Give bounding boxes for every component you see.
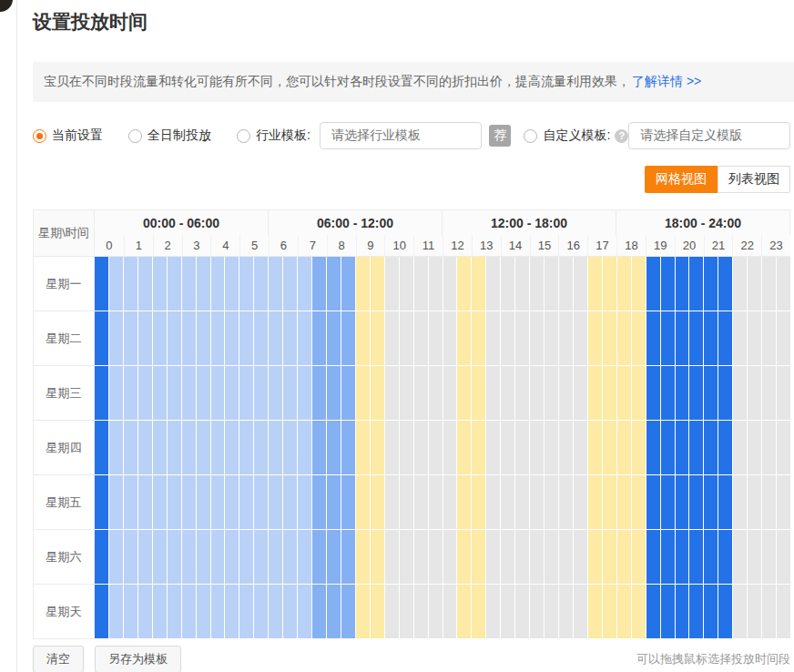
schedule-cell[interactable] xyxy=(283,257,297,311)
schedule-cell[interactable] xyxy=(486,366,500,420)
schedule-cell[interactable] xyxy=(777,421,790,474)
schedule-cell[interactable] xyxy=(559,257,573,311)
schedule-cell[interactable] xyxy=(472,421,485,474)
schedule-cell[interactable] xyxy=(718,585,732,638)
schedule-cell[interactable] xyxy=(254,585,268,638)
schedule-cell[interactable] xyxy=(239,585,253,638)
schedule-cell[interactable] xyxy=(414,530,428,584)
schedule-cell[interactable] xyxy=(371,530,384,584)
learn-more-link[interactable]: 了解详情 >> xyxy=(632,74,701,90)
schedule-cell[interactable] xyxy=(689,475,703,529)
schedule-cell[interactable] xyxy=(239,366,253,420)
schedule-cell[interactable] xyxy=(371,421,384,474)
schedule-cell[interactable] xyxy=(574,366,587,420)
schedule-cell[interactable] xyxy=(689,366,703,420)
schedule-cell[interactable] xyxy=(443,585,457,638)
schedule-cell[interactable] xyxy=(457,366,471,420)
schedule-cell[interactable] xyxy=(138,366,152,420)
schedule-cell[interactable] xyxy=(429,530,443,584)
schedule-cell[interactable] xyxy=(646,530,660,584)
schedule-cell[interactable] xyxy=(661,475,675,529)
schedule-cell[interactable] xyxy=(530,311,544,365)
schedule-cell[interactable] xyxy=(632,257,646,311)
schedule-cell[interactable] xyxy=(733,530,747,584)
schedule-cell[interactable] xyxy=(689,585,703,638)
schedule-cell[interactable] xyxy=(225,530,239,584)
schedule-cell[interactable] xyxy=(182,257,196,311)
schedule-cell[interactable] xyxy=(676,530,689,584)
schedule-cell[interactable] xyxy=(443,311,457,365)
schedule-cell[interactable] xyxy=(356,421,370,474)
schedule-cell[interactable] xyxy=(443,257,457,311)
schedule-cell[interactable] xyxy=(777,311,790,365)
schedule-cell[interactable] xyxy=(457,585,471,638)
schedule-cell[interactable] xyxy=(138,311,152,365)
schedule-cell[interactable] xyxy=(385,366,399,420)
schedule-cell[interactable] xyxy=(414,366,428,420)
schedule-cell[interactable] xyxy=(327,475,341,529)
schedule-cell[interactable] xyxy=(603,366,616,420)
schedule-cell[interactable] xyxy=(225,421,239,474)
schedule-cell[interactable] xyxy=(254,257,268,311)
schedule-cell[interactable] xyxy=(443,475,457,529)
schedule-cell[interactable] xyxy=(109,421,123,474)
schedule-cell[interactable] xyxy=(646,257,660,311)
schedule-cell[interactable] xyxy=(312,257,326,311)
schedule-cell[interactable] xyxy=(385,475,399,529)
schedule-cell[interactable] xyxy=(748,585,761,638)
clear-button[interactable]: 清空 xyxy=(33,646,84,672)
schedule-cell[interactable] xyxy=(486,530,500,584)
schedule-cell[interactable] xyxy=(225,257,239,311)
schedule-cell[interactable] xyxy=(704,530,718,584)
schedule-cell[interactable] xyxy=(298,530,311,584)
schedule-cell[interactable] xyxy=(254,311,268,365)
schedule-cell[interactable] xyxy=(153,585,167,638)
schedule-cell[interactable] xyxy=(239,311,253,365)
schedule-cell[interactable] xyxy=(559,311,573,365)
schedule-cell[interactable] xyxy=(225,475,239,529)
schedule-cell[interactable] xyxy=(530,257,544,311)
schedule-cell[interactable] xyxy=(777,530,790,584)
schedule-cell[interactable] xyxy=(748,530,761,584)
schedule-cell[interactable] xyxy=(211,530,225,584)
schedule-cell[interactable] xyxy=(225,366,239,420)
schedule-cell[interactable] xyxy=(676,311,689,365)
schedule-cell[interactable] xyxy=(371,257,384,311)
radio-all-day[interactable]: 全日制投放 xyxy=(128,127,211,144)
schedule-cell[interactable] xyxy=(269,530,282,584)
schedule-cell[interactable] xyxy=(197,530,210,584)
schedule-cell[interactable] xyxy=(617,585,631,638)
schedule-cell[interactable] xyxy=(211,475,225,529)
grid-view-button[interactable]: 网格视图 xyxy=(645,166,718,193)
custom-template-select[interactable]: 请选择自定义模版 xyxy=(628,122,790,149)
help-icon[interactable]: ? xyxy=(615,129,628,143)
schedule-cell[interactable] xyxy=(95,257,108,311)
schedule-cell[interactable] xyxy=(545,421,558,474)
schedule-cell[interactable] xyxy=(356,475,370,529)
schedule-cell[interactable] xyxy=(617,475,631,529)
schedule-cell[interactable] xyxy=(603,585,616,638)
schedule-cell[interactable] xyxy=(182,421,196,474)
schedule-cell[interactable] xyxy=(356,366,370,420)
schedule-cell[interactable] xyxy=(153,311,167,365)
schedule-cell[interactable] xyxy=(777,366,790,420)
schedule-cell[interactable] xyxy=(515,585,529,638)
schedule-cell[interactable] xyxy=(748,475,761,529)
schedule-cell[interactable] xyxy=(327,421,341,474)
schedule-cell[interactable] xyxy=(341,530,355,584)
schedule-cell[interactable] xyxy=(530,475,544,529)
schedule-cell[interactable] xyxy=(486,585,500,638)
schedule-cell[interactable] xyxy=(646,585,660,638)
schedule-cell[interactable] xyxy=(429,585,443,638)
schedule-cell[interactable] xyxy=(559,530,573,584)
schedule-cell[interactable] xyxy=(283,421,297,474)
schedule-cell[interactable] xyxy=(109,530,123,584)
schedule-cell[interactable] xyxy=(689,257,703,311)
schedule-cell[interactable] xyxy=(298,366,311,420)
schedule-cell[interactable] xyxy=(733,311,747,365)
schedule-cell[interactable] xyxy=(646,311,660,365)
schedule-cell[interactable] xyxy=(269,475,282,529)
schedule-cell[interactable] xyxy=(124,475,137,529)
schedule-cell[interactable] xyxy=(559,421,573,474)
schedule-cell[interactable] xyxy=(327,311,341,365)
